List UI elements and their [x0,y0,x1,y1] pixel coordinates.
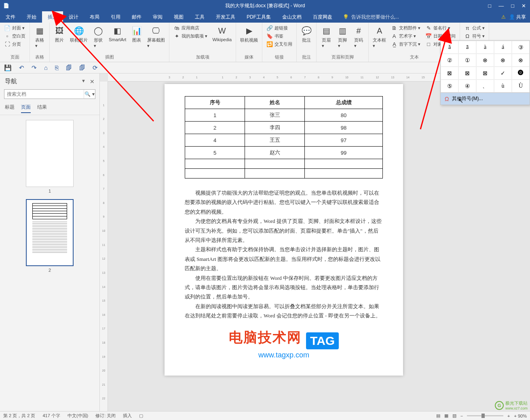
ribbon-批注[interactable]: 💬批注 [299,24,314,44]
ribbon-交叉引用[interactable]: 🔁交叉引用 [265,40,294,48]
body-paragraph[interactable]: 在新的阅读视图中阅读更加容易。可以折叠文档某些部分并关注所需文本。如果在达到结尾… [185,302,383,321]
nav-dropdown-icon[interactable]: ▼ [81,78,86,85]
view-read-icon[interactable]: ▤ [436,413,440,418]
qat-button-4[interactable]: ⎘ [55,64,59,71]
symbol-cell[interactable]: ✓ [494,67,512,80]
symbol-cell[interactable]: ⑤ [441,80,458,92]
status-track[interactable]: 修订: 关闭 [95,413,116,419]
table-cell[interactable] [245,169,305,178]
tab-审阅[interactable]: 审阅 [147,11,168,23]
table-cell[interactable] [185,159,245,169]
ribbon-联机视频[interactable]: ▶联机视频 [239,24,260,44]
table-row[interactable] [185,159,383,169]
table-cell[interactable]: 97 [305,134,383,147]
more-symbols-button[interactable]: Ω 其他符号(M)... [441,92,530,105]
table-cell[interactable]: 98 [305,122,383,134]
status-page[interactable]: 第 2 页，共 2 页 [3,413,35,419]
ribbon-Wikipedia[interactable]: WWikipedia [211,24,233,43]
maximize-button[interactable]: □ [511,3,514,9]
table-cell[interactable]: 赵六 [245,147,305,159]
ribbon-图表[interactable]: 📊图表 [129,24,144,44]
ribbon-display-icon[interactable]: □ [488,3,491,9]
table-cell[interactable]: 张三 [245,109,305,122]
table-cell[interactable]: 5 [185,147,245,159]
symbol-cell[interactable]: ù [494,80,512,92]
ribbon-文本框[interactable]: A文本框▾ [371,24,388,49]
body-paragraph[interactable]: 视频提供了功能强大的方法帮助您证明您的观点。当您单击联机视频时，可以在想要添加的… [185,188,383,216]
ribbon-SmartArt[interactable]: ◧SmartArt [107,24,128,43]
symbol-cell[interactable]: ⓿ [512,67,530,80]
ribbon-页眉[interactable]: ▤页眉▾ [319,24,334,49]
tell-me-box[interactable]: 💡 告诉我您想要做什么... [343,11,399,23]
zoom-slider[interactable] [467,415,503,416]
minimize-button[interactable]: — [498,3,504,9]
status-words[interactable]: 417 个字 [42,413,60,419]
symbol-cell[interactable]: ⊠ [476,67,494,80]
table-cell[interactable] [185,169,245,178]
symbol-cell[interactable]: ā [458,41,476,54]
tab-PDF工具集[interactable]: PDF工具集 [241,11,277,23]
zoom-in-button[interactable]: + [507,414,510,418]
symbol-cell[interactable]: 、 [476,80,494,92]
symbol-cell[interactable]: Ù [512,80,530,92]
ribbon-公式[interactable]: π公式 ▾ [462,24,486,32]
tab-视图[interactable]: 视图 [168,11,189,23]
symbol-cell[interactable]: ⊗ [476,54,494,67]
status-mode[interactable]: 插入 [123,413,132,419]
qat-button-5[interactable]: 🗐 [66,64,72,71]
ribbon-日期和时间[interactable]: 📅日期和时间 [424,32,457,40]
table-row[interactable]: 1张三80 [185,109,383,122]
tab-引用[interactable]: 引用 [105,11,126,23]
symbol-cell[interactable]: ă [441,41,458,54]
view-print-icon[interactable]: ▦ [444,413,448,418]
symbol-cell[interactable]: ④ [458,80,476,92]
macro-icon[interactable]: ▢ [139,413,143,418]
tab-布局[interactable]: 布局 [84,11,105,23]
share-button[interactable]: 👤 共享 [509,14,526,21]
table-row[interactable]: 5赵六99 [185,147,383,159]
symbol-cell[interactable]: ⊠ [458,67,476,80]
ribbon-页码[interactable]: #页码▾ [351,24,366,49]
qat-button-2[interactable]: ↷ [32,64,37,71]
body-paragraph[interactable]: 使用在需要位置出现的新按钮在 Word 中保存时间。若要更改图片适应文档的方式，… [185,273,383,302]
tab-金山文档[interactable]: 金山文档 [277,11,307,23]
zoom-out-button[interactable]: − [460,414,463,418]
document-page[interactable]: 序号姓名总成绩 1张三802李四984王五975赵六99 视频提供了功能强大的方… [165,84,403,376]
table-cell[interactable]: 4 [185,134,245,147]
ribbon-联机图片[interactable]: 🌐联机图片 [68,24,89,44]
symbol-cell[interactable]: à [476,41,494,54]
ribbon-首字下沉[interactable]: A̲首字下沉 ▾ [389,40,422,48]
ribbon-分页[interactable]: ⛶分页 [2,40,27,48]
ribbon-艺术字[interactable]: A艺术字 ▾ [389,32,422,40]
tab-百度网盘[interactable]: 百度网盘 [307,11,338,23]
ribbon-屏幕截图[interactable]: 🖵屏幕截图▾ [146,24,167,49]
nav-tab-标题[interactable]: 标题 [5,104,15,113]
ribbon-应用商店[interactable]: 🛍应用商店 [172,24,209,32]
tab-开发工具[interactable]: 开发工具 [210,11,241,23]
tab-开始[interactable]: 开始 [21,11,42,23]
page-thumb-2[interactable]: 2 [26,199,74,273]
table-cell[interactable]: 99 [305,147,383,159]
ribbon-页脚[interactable]: ▥页脚▾ [335,24,350,49]
table-cell[interactable]: 80 [305,109,383,122]
close-button[interactable]: ✕ [522,3,526,9]
nav-search[interactable]: 🔍 ▾ [4,89,95,99]
search-icon[interactable]: 🔍 ▾ [84,90,95,99]
ribbon-符号[interactable]: Ω符号 ▾ [462,32,486,40]
table-cell[interactable] [245,159,305,169]
nav-close-button[interactable]: ✕ [90,78,95,85]
table-cell[interactable]: 王五 [245,134,305,147]
ribbon-空白页[interactable]: ▫空白页 [2,32,27,40]
symbol-cell[interactable]: á [494,41,512,54]
ribbon-我的加载项[interactable]: ✦我的加载项 ▾ [172,32,209,40]
grades-table[interactable]: 序号姓名总成绩 1张三802李四984王五975赵六99 [185,96,383,178]
qat-button-1[interactable]: ↶ [19,64,24,71]
tab-设计[interactable]: 设计 [63,11,84,23]
tab-插入[interactable]: 插入 [42,11,63,23]
table-row[interactable]: 4王五97 [185,134,383,147]
ribbon-文档部件[interactable]: 🗎文档部件 ▾ [389,24,422,32]
ribbon-封面[interactable]: 📄封面 ▾ [2,24,27,32]
table-cell[interactable] [305,159,383,169]
tab-工具[interactable]: 工具 [189,11,210,23]
ribbon-形状[interactable]: ◯形状▾ [91,24,106,49]
